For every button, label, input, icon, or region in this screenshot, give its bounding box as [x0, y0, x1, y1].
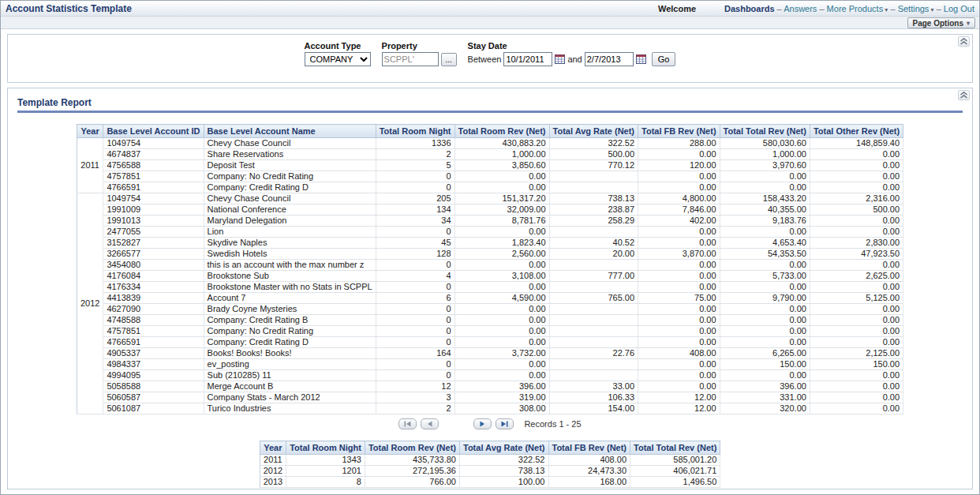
room-night-cell: 2 — [376, 403, 454, 414]
table-row: 4905337Books! Books! Books!1643,732.0022… — [77, 348, 903, 359]
property-label: Property — [382, 41, 457, 51]
avg-rate-cell: 500.00 — [549, 149, 638, 160]
table-row: 1991013Maryland Delegation348,781.76258.… — [77, 216, 903, 227]
account-name-cell: Company: Credit Rating D — [204, 337, 376, 348]
table-row: 3454080this is an account with the max n… — [77, 260, 903, 271]
room-rev-cell: 430,883.20 — [454, 138, 549, 149]
calendar-icon[interactable] — [555, 54, 565, 66]
table-row: 20111049754Chevy Chase Council1336430,88… — [77, 138, 903, 149]
account-name-cell: Brady Coyne Mysteries — [204, 304, 376, 315]
account-name-cell: National Conference — [204, 204, 376, 216]
account-name-cell: this is an account with the max number z — [204, 260, 376, 271]
summary-column-header: Total Room Rev (Net) — [365, 441, 459, 455]
fb-rev-cell: 0.00 — [638, 149, 720, 160]
property-input[interactable] — [382, 52, 439, 66]
end-date-input[interactable] — [585, 52, 634, 66]
account-id-cell: 1049754 — [103, 138, 204, 149]
account-id-cell: 1991009 — [103, 204, 204, 216]
fb-rev-cell: 0.00 — [638, 238, 720, 249]
year-cell: 2012 — [77, 193, 103, 414]
total-rev-cell: 0.00 — [720, 227, 810, 238]
avg-rate-cell: 738.13 — [460, 466, 549, 477]
next-page-button[interactable] — [473, 418, 492, 429]
fb-rev-cell: 0.00 — [638, 304, 720, 315]
fb-rev-cell: 288.00 — [638, 138, 720, 149]
fb-rev-cell: 408.00 — [638, 348, 720, 359]
room-night-cell: 4 — [376, 271, 454, 282]
nav-link-answers[interactable]: Answers — [784, 4, 817, 13]
other-rev-cell: 0.00 — [810, 337, 903, 348]
nav-separator: – — [817, 4, 826, 13]
account-name-cell: Company: No Credit Rating — [204, 171, 376, 182]
other-rev-cell: 2,316.00 — [810, 193, 903, 204]
last-page-icon — [501, 421, 508, 427]
page-options-button[interactable]: Page Options ▾ — [907, 17, 975, 28]
other-rev-cell: 150.00 — [810, 359, 903, 370]
room-night-cell: 134 — [376, 204, 454, 216]
room-rev-cell: 4,590.00 — [454, 293, 549, 304]
collapse-section-button[interactable] — [958, 90, 970, 100]
avg-rate-cell — [549, 260, 638, 271]
room-night-cell: 12 — [376, 381, 454, 392]
collapse-section-button[interactable] — [958, 36, 970, 47]
account-name-cell: Sub (210285) 11 — [204, 370, 376, 381]
account-name-cell: Brookstone Sub — [204, 271, 376, 282]
avg-rate-cell: 322.52 — [549, 138, 638, 149]
go-button[interactable]: Go — [652, 52, 676, 66]
nav-link-more-products[interactable]: More Products ▾ — [827, 4, 888, 13]
account-name-cell: Swedish Hotels — [204, 249, 376, 260]
room-rev-cell: 2,560.00 — [454, 249, 549, 260]
room-night-cell: 0 — [376, 370, 454, 381]
other-rev-cell: 5,125.00 — [810, 293, 903, 304]
fb-rev-cell: 75.00 — [638, 293, 720, 304]
total-rev-cell: 54,353.50 — [720, 249, 810, 260]
other-rev-cell: 0.00 — [810, 304, 903, 315]
property-lookup-button[interactable]: ... — [441, 53, 457, 66]
avg-rate-cell — [549, 326, 638, 337]
room-night-cell: 8 — [286, 477, 365, 488]
room-night-cell: 128 — [376, 249, 454, 260]
fb-rev-cell: 408.00 — [548, 455, 630, 466]
avg-rate-cell — [549, 315, 638, 326]
first-page-button[interactable] — [398, 418, 417, 429]
chevron-down-icon: ▾ — [967, 20, 970, 27]
account-name-cell: Deposit Test — [204, 160, 376, 171]
account-name-cell: Company Stats - March 2012 — [204, 392, 376, 403]
nav-links: Dashboards – Answers – More Products ▾ –… — [724, 4, 974, 13]
account-type-select[interactable]: COMPANY — [305, 52, 371, 66]
year-cell: 2012 — [260, 466, 286, 477]
between-label: Between — [468, 54, 502, 64]
account-id-cell: 2477055 — [103, 227, 204, 238]
start-date-input[interactable] — [503, 52, 552, 66]
calendar-icon[interactable] — [636, 54, 646, 66]
fb-rev-cell: 120.00 — [638, 160, 720, 171]
nav-link-log-out[interactable]: Log Out — [944, 4, 974, 13]
table-row: 4994095Sub (210285) 1100.000.000.000.00 — [77, 370, 903, 381]
room-rev-cell: 308.00 — [454, 403, 549, 414]
table-row: 20121049754Chevy Chase Council205151,317… — [77, 193, 903, 204]
prev-page-button[interactable] — [421, 418, 439, 429]
table-row: 4176084Brookstone Sub43,108.00777.000.00… — [77, 271, 903, 282]
room-night-cell: 0 — [376, 315, 454, 326]
avg-rate-cell: 738.13 — [549, 193, 638, 204]
next-page-icon — [480, 421, 485, 427]
nav-link-settings[interactable]: Settings ▾ — [898, 4, 934, 13]
fb-rev-cell: 0.00 — [638, 282, 720, 293]
account-name-cell: Books! Books! Books! — [204, 348, 376, 359]
room-rev-cell: 3,850.60 — [454, 160, 549, 171]
room-night-cell: 1343 — [286, 455, 365, 466]
room-rev-cell: 272,195.36 — [365, 466, 459, 477]
nav-link-dashboards[interactable]: Dashboards — [724, 4, 775, 13]
fb-rev-cell: 4,800.00 — [638, 193, 720, 204]
account-id-cell: 5061087 — [103, 403, 204, 414]
fb-rev-cell: 0.00 — [638, 171, 720, 182]
total-rev-cell: 9,790.00 — [720, 293, 810, 304]
fb-rev-cell: 0.00 — [638, 381, 720, 392]
other-rev-cell: 2,625.00 — [810, 271, 903, 282]
table-row: 4766591Company: Credit Rating D00.000.00… — [77, 337, 903, 348]
last-page-button[interactable] — [496, 418, 514, 429]
other-rev-cell: 0.00 — [810, 260, 903, 271]
other-rev-cell: 0.00 — [810, 315, 903, 326]
account-name-cell: Share Reservations — [204, 149, 376, 160]
summary-header-row: YearTotal Room NightTotal Room Rev (Net)… — [260, 441, 720, 455]
